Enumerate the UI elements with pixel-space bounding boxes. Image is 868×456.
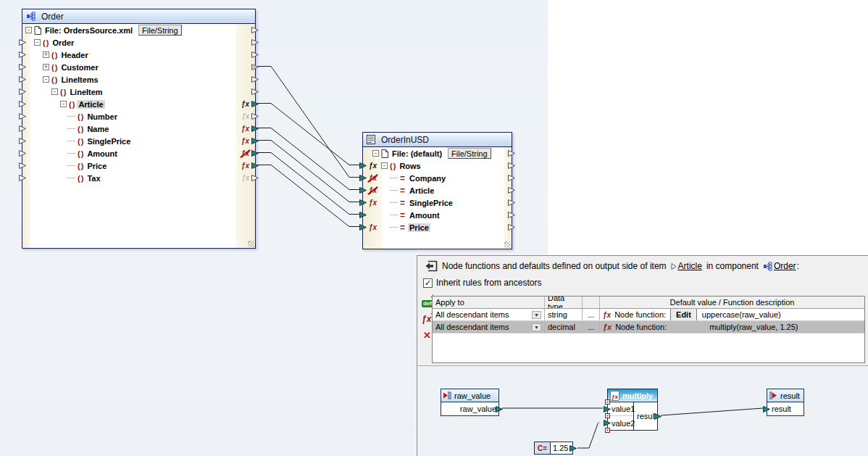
function-output-cell[interactable]: result bbox=[634, 402, 657, 430]
tree-row-file[interactable]: - File: OrdersSource.xml File/String bbox=[22, 24, 255, 36]
input-port-connected[interactable] bbox=[359, 199, 367, 206]
diagram-output-box[interactable]: result result bbox=[767, 389, 804, 416]
tree-row-customer[interactable]: + ( ) Customer bbox=[22, 61, 255, 73]
input-port[interactable] bbox=[19, 76, 26, 83]
output-port[interactable] bbox=[251, 27, 259, 33]
output-port[interactable] bbox=[251, 88, 259, 95]
add-argument-icon[interactable]: + bbox=[605, 413, 610, 418]
component-orderinusd[interactable]: OrderInUSD - File: (default) File/String… bbox=[362, 132, 512, 249]
wire-constant-to-value2[interactable] bbox=[577, 423, 599, 449]
output-port[interactable] bbox=[508, 150, 515, 157]
tree-item-label[interactable]: File: (default) bbox=[391, 149, 443, 158]
tree-item-label[interactable]: Rows bbox=[398, 162, 422, 170]
tree-item-label[interactable]: Article bbox=[408, 186, 435, 195]
input-port[interactable] bbox=[604, 420, 611, 426]
node-function-icon[interactable]: ƒx bbox=[241, 138, 249, 144]
node-function-icon-inactive[interactable]: ƒx bbox=[241, 113, 249, 120]
tree-item-label[interactable]: LineItem bbox=[68, 88, 104, 96]
resize-grip[interactable] bbox=[248, 241, 254, 247]
diagram-output-port-row[interactable]: result bbox=[767, 402, 804, 415]
output-port[interactable] bbox=[508, 162, 515, 169]
input-port[interactable] bbox=[604, 406, 611, 413]
file-string-button[interactable]: File/String bbox=[138, 25, 182, 36]
input-port[interactable] bbox=[763, 406, 770, 413]
add-argument-icon[interactable]: + bbox=[605, 428, 610, 433]
input-port[interactable] bbox=[19, 125, 26, 132]
wire-singleprice-to-singleprice[interactable] bbox=[257, 141, 359, 202]
diagram-output-box-titlebar[interactable]: result bbox=[767, 389, 804, 402]
input-port[interactable] bbox=[19, 39, 26, 46]
output-port-collapsed-connected[interactable] bbox=[251, 64, 259, 70]
wire-name-to-article[interactable] bbox=[257, 128, 359, 190]
output-port[interactable] bbox=[508, 187, 515, 194]
collapse-icon[interactable]: - bbox=[60, 101, 67, 107]
output-port[interactable] bbox=[508, 175, 515, 181]
diagram-function-box-multiply[interactable]: ƒx multiply + value1 + + value2 result bbox=[607, 389, 658, 431]
input-port-connected[interactable] bbox=[359, 175, 367, 181]
diagram-input-port-row[interactable]: raw_value bbox=[441, 402, 498, 415]
output-port-connected[interactable] bbox=[251, 150, 259, 157]
tree-item-label[interactable]: File: OrdersSource.xml bbox=[43, 26, 134, 35]
tree-row-tax[interactable]: ( ) Tax ƒx bbox=[22, 172, 255, 184]
collapse-icon[interactable]: - bbox=[381, 162, 388, 169]
input-port-connected[interactable] bbox=[359, 224, 367, 231]
output-port[interactable] bbox=[569, 445, 577, 452]
node-function-disabled-icon[interactable]: ƒx bbox=[369, 187, 377, 194]
output-port-connected[interactable] bbox=[251, 125, 259, 132]
output-port[interactable] bbox=[508, 212, 515, 218]
input-port[interactable] bbox=[19, 51, 26, 58]
input-port-connected[interactable] bbox=[359, 212, 367, 218]
component-order-titlebar[interactable]: Order bbox=[22, 9, 255, 24]
wire-price-to-price[interactable] bbox=[257, 165, 359, 227]
function-input-row[interactable]: + value1 bbox=[608, 402, 633, 416]
tree-row-amount[interactable]: = Amount bbox=[363, 209, 512, 221]
node-function-icon[interactable]: ƒx bbox=[369, 162, 377, 169]
component-orderinusd-titlebar[interactable]: OrderInUSD bbox=[363, 133, 512, 147]
collapse-icon[interactable]: - bbox=[372, 150, 379, 157]
resize-grip[interactable] bbox=[504, 241, 511, 248]
tree-item-label[interactable]: SinglePrice bbox=[85, 137, 132, 146]
output-port[interactable] bbox=[508, 199, 515, 206]
tree-item-label[interactable]: Customer bbox=[59, 63, 99, 72]
node-function-disabled-icon[interactable]: ƒx bbox=[369, 175, 377, 181]
tree-row-amount[interactable]: ( ) Amount ƒx bbox=[22, 147, 255, 159]
wire-article-to-rows[interactable] bbox=[257, 104, 359, 165]
node-function-icon[interactable]: ƒx bbox=[241, 125, 249, 132]
tree-row-header[interactable]: + ( ) Header bbox=[22, 49, 255, 61]
input-port[interactable] bbox=[19, 101, 26, 107]
tree-item-label[interactable]: Order bbox=[51, 38, 75, 47]
output-port[interactable] bbox=[654, 413, 662, 420]
function-box-titlebar[interactable]: ƒx multiply bbox=[608, 389, 657, 402]
diagram-constant-box[interactable]: C= 1.25 bbox=[534, 442, 573, 455]
component-order[interactable]: Order - File: OrdersSource.xml File/Stri… bbox=[22, 9, 256, 249]
tree-row-price[interactable]: ƒx = Price bbox=[363, 221, 512, 233]
input-port-connected[interactable] bbox=[359, 187, 367, 194]
input-port[interactable] bbox=[19, 162, 26, 169]
expand-icon[interactable]: + bbox=[43, 64, 49, 70]
tree-row-lineitems[interactable]: - ( ) LineItems bbox=[22, 73, 255, 86]
tree-row-company[interactable]: ƒx = Company bbox=[363, 172, 512, 184]
wire-amount-to-amount[interactable] bbox=[257, 153, 359, 215]
input-port[interactable] bbox=[19, 64, 26, 70]
tree-row-singleprice[interactable]: ( ) SinglePrice ƒx bbox=[22, 135, 255, 147]
output-port[interactable] bbox=[251, 51, 259, 58]
node-function-disabled-icon[interactable]: ƒx bbox=[241, 150, 249, 157]
tree-item-label[interactable]: Price bbox=[85, 162, 108, 170]
output-port[interactable] bbox=[251, 175, 259, 181]
tree-row-order[interactable]: - ( ) Order bbox=[22, 36, 255, 49]
tree-row-name[interactable]: ( ) Name ƒx bbox=[22, 123, 255, 135]
collapse-icon[interactable]: - bbox=[34, 39, 41, 46]
tree-row-rows[interactable]: ƒx - ( ) Rows bbox=[363, 159, 512, 172]
input-port[interactable] bbox=[19, 150, 26, 157]
output-port-connected[interactable] bbox=[251, 101, 259, 107]
input-port-connected[interactable] bbox=[359, 162, 367, 169]
output-port-connected[interactable] bbox=[251, 162, 259, 169]
diagram-input-box[interactable]: raw_value raw_value bbox=[441, 389, 499, 416]
tree-item-label[interactable]: LineItems bbox=[59, 75, 99, 84]
add-argument-icon[interactable]: + bbox=[605, 399, 610, 405]
tree-row-lineitem[interactable]: - ( ) LineItem bbox=[22, 86, 255, 98]
tree-row-price[interactable]: ( ) Price ƒx bbox=[22, 159, 255, 172]
output-port-connected[interactable] bbox=[251, 138, 259, 144]
constant-value[interactable]: 1.25 bbox=[551, 442, 570, 454]
file-string-button[interactable]: File/String bbox=[448, 148, 491, 159]
